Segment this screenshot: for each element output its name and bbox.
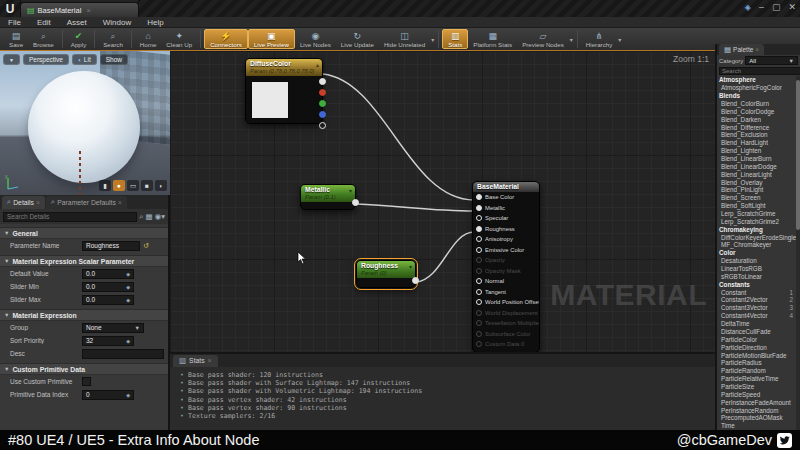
node-diffusecolor[interactable]: DiffuseColor Param (0.78,0.78,0.78,0) ▴ xyxy=(245,58,323,124)
tab-parameter-defaults[interactable]: ⌕ Parameter Defaults× xyxy=(46,196,127,209)
pin-tangent-input[interactable] xyxy=(476,289,482,295)
group-dropdown[interactable]: None▼ xyxy=(82,323,144,333)
reset-to-default-icon[interactable]: ↺ xyxy=(143,242,149,250)
pin-rgba-output[interactable] xyxy=(319,78,326,85)
tab-details[interactable]: ⌕ Details× xyxy=(2,196,45,209)
close-icon[interactable]: × xyxy=(36,199,40,206)
menu-edit[interactable]: Edit xyxy=(37,18,51,27)
spinner-icon[interactable]: ◆ xyxy=(126,338,130,344)
palette-item-blend-overlay[interactable]: Blend_Overlay xyxy=(717,178,796,186)
close-icon[interactable]: × xyxy=(755,46,759,53)
show-button[interactable]: Show xyxy=(100,54,128,65)
section-header-general[interactable]: ▼General xyxy=(0,227,168,239)
live-nodes-button[interactable]: ◉Live Nodes xyxy=(295,29,336,49)
clean-up-button[interactable]: ✦Clean Up xyxy=(161,29,197,49)
hierarchy-button[interactable]: ⋔Hierarchy xyxy=(581,29,617,49)
material-graph-canvas[interactable]: Zoom 1:1 MATERIAL DiffuseColor Param (0.… xyxy=(170,50,715,352)
maximize-button[interactable]: ▢ xyxy=(772,2,781,12)
palette-item-blend-screen[interactable]: Blend_Screen xyxy=(717,194,796,202)
pin-base-color-input[interactable] xyxy=(476,194,482,200)
pin-roughness-input[interactable] xyxy=(476,226,482,232)
save-button[interactable]: ▤Save xyxy=(4,29,28,49)
pin-emissive-color-input[interactable] xyxy=(476,247,482,253)
node-header[interactable]: Roughness Param (0) ▾ xyxy=(357,261,415,278)
node-header[interactable]: DiffuseColor Param (0.78,0.78,0.78,0) ▴ xyxy=(246,59,322,76)
default-value-field[interactable]: 0.0◆ xyxy=(82,269,134,279)
palette-item-particlemotionblurfade[interactable]: ParticleMotionBlurFade xyxy=(717,351,796,359)
palette-item-srgbtolinear[interactable]: sRGBToLinear xyxy=(717,272,796,280)
preview-viewport[interactable]: ▼ Perspective ◐Lit Show ▮●▭■◗ y xyxy=(0,50,170,195)
palette-item-particlecolor[interactable]: ParticleColor xyxy=(717,335,796,343)
view-options-eye-icon[interactable]: ◉▾ xyxy=(155,212,165,221)
chevron-down-icon[interactable]: ▾ xyxy=(349,187,352,194)
palette-item-blend-lineardodge[interactable]: Blend_LinearDodge xyxy=(717,162,796,170)
close-icon[interactable]: × xyxy=(208,357,212,364)
palette-item-distancecullfade[interactable]: DistanceCullFade xyxy=(717,328,796,336)
palette-item-lineartosrgb[interactable]: LinearTosRGB xyxy=(717,265,796,273)
menu-file[interactable]: File xyxy=(8,18,21,27)
use-custom-primitive-checkbox[interactable] xyxy=(82,377,91,386)
apply-button[interactable]: ✔Apply xyxy=(66,29,91,49)
node-metallic[interactable]: Metallic Param (0.1) ▾ xyxy=(300,184,356,210)
pin-normal-input[interactable] xyxy=(476,278,482,284)
node-header[interactable]: Metallic Param (0.1) ▾ xyxy=(301,185,355,202)
minimize-button[interactable]: – xyxy=(759,2,764,12)
pin-anisotropy-input[interactable] xyxy=(476,236,482,242)
chevron-down-icon[interactable]: ▾ xyxy=(431,36,434,43)
preview-shape-cylinder-button[interactable]: ▮ xyxy=(99,180,111,191)
palette-item-perinstancerandom[interactable]: PerInstanceRandom xyxy=(717,406,796,414)
viewport-options-button[interactable]: ▼ xyxy=(3,54,20,65)
close-button[interactable]: ✕ xyxy=(788,2,796,12)
palette-item-lerp-scratchgrime[interactable]: Lerp_ScratchGrime xyxy=(717,210,796,218)
section-header-material-expression-scalar-parameter[interactable]: ▼Material Expression Scalar Parameter xyxy=(0,255,168,267)
palette-item-time[interactable]: Time xyxy=(717,422,796,430)
menu-window[interactable]: Window xyxy=(103,18,131,27)
palette-item-lerp-scratchgrime2[interactable]: Lerp_ScratchGrime2 xyxy=(717,217,796,225)
palette-item-constant2vector[interactable]: Constant2Vector2 xyxy=(717,296,796,304)
palette-scrollbar[interactable] xyxy=(796,76,800,430)
section-header-custom-primitive-data[interactable]: ▼Custom Primitive Data xyxy=(0,363,168,375)
preview-shape-cube-button[interactable]: ■ xyxy=(141,180,153,191)
slider-min-field[interactable]: 0.0◆ xyxy=(82,282,134,292)
palette-item-blend-linearlight[interactable]: Blend_LinearLight xyxy=(717,170,796,178)
section-header-material-expression[interactable]: ▼Material Expression xyxy=(0,309,168,321)
preview-shape-mesh-button[interactable]: ◗ xyxy=(155,180,167,191)
tab-palette[interactable]: ▦ Palette × xyxy=(719,44,764,55)
connectors-button[interactable]: ⚡Connectors xyxy=(204,29,248,49)
preview-shape-plane-button[interactable]: ▭ xyxy=(127,180,139,191)
spinner-icon[interactable]: ◆ xyxy=(126,284,130,290)
palette-item-mf-chromakeyer[interactable]: MF_Chromakeyer xyxy=(717,241,796,249)
chevron-down-icon[interactable]: ▾ xyxy=(570,36,573,43)
spinner-icon[interactable]: ◆ xyxy=(126,297,130,303)
live-update-button[interactable]: ↻Live Update xyxy=(336,29,379,49)
lit-mode-button[interactable]: ◐Lit xyxy=(72,54,97,65)
editor-tab-basematerial[interactable]: ▤BaseMaterial× xyxy=(20,2,139,17)
search-button[interactable]: ⌕Search xyxy=(98,29,128,49)
spinner-icon[interactable]: ◆ xyxy=(126,271,130,277)
close-icon[interactable]: × xyxy=(86,6,91,15)
primitive-data-index-field[interactable]: 0◆ xyxy=(82,390,134,400)
palette-item-blend-pinlight[interactable]: Blend_PinLight xyxy=(717,186,796,194)
palette-item-perinstancefadeamount[interactable]: PerInstanceFadeAmount xyxy=(717,398,796,406)
desc-field[interactable] xyxy=(82,349,164,359)
node-roughness[interactable]: Roughness Param (0) ▾ xyxy=(356,260,416,288)
browse-button[interactable]: ⌕Browse xyxy=(28,29,59,49)
node-basematerial[interactable]: BaseMaterial Base ColorMetallicSpecularR… xyxy=(472,181,540,352)
pin-world-position-offset-input[interactable] xyxy=(476,299,482,305)
palette-item-diffcolorkeyererodesinglepass[interactable]: DiffColorKeyerErodeSinglePass xyxy=(717,233,796,241)
slider-max-field[interactable]: 0.0◆ xyxy=(82,295,134,305)
home-button[interactable]: ⌂Home xyxy=(135,29,162,49)
pin-output[interactable] xyxy=(412,277,419,284)
live-preview-button[interactable]: ▣Live Preview xyxy=(248,29,295,49)
palette-item-blend-exclusion[interactable]: Blend_Exclusion xyxy=(717,131,796,139)
node-header[interactable]: BaseMaterial xyxy=(473,182,539,192)
preview-nodes-button[interactable]: ▱Preview Nodes xyxy=(517,29,569,49)
palette-item-blend-lighten[interactable]: Blend_Lighten xyxy=(717,147,796,155)
palette-item-particlesize[interactable]: ParticleSize xyxy=(717,383,796,391)
stats-button[interactable]: ▥Stats xyxy=(442,29,468,49)
palette-item-blend-hardlight[interactable]: Blend_HardLight xyxy=(717,139,796,147)
spinner-icon[interactable]: ◆ xyxy=(126,392,130,398)
tab-stats[interactable]: ▥ Stats × xyxy=(173,355,218,367)
category-dropdown[interactable]: All▼ xyxy=(745,56,798,65)
pin-output[interactable] xyxy=(352,199,359,206)
